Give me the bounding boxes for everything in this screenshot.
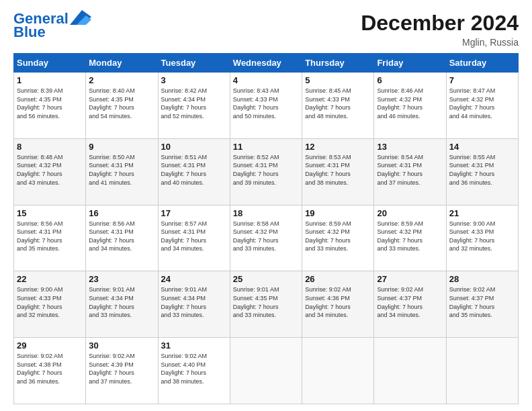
calendar-cell: 20Sunrise: 8:59 AM Sunset: 4:32 PM Dayli…: [374, 205, 446, 271]
day-info: Sunrise: 8:52 AM Sunset: 4:31 PM Dayligh…: [233, 153, 299, 187]
day-number: 6: [377, 75, 443, 85]
calendar-cell: 24Sunrise: 9:01 AM Sunset: 4:34 PM Dayli…: [158, 271, 230, 338]
day-info: Sunrise: 8:45 AM Sunset: 4:33 PM Dayligh…: [305, 87, 371, 120]
day-number: 17: [161, 208, 227, 218]
day-number: 18: [233, 208, 299, 218]
logo-blue: Blue: [13, 24, 46, 40]
calendar-cell: 18Sunrise: 8:58 AM Sunset: 4:32 PM Dayli…: [230, 205, 302, 271]
calendar-cell: [302, 338, 374, 404]
day-info: Sunrise: 9:02 AM Sunset: 4:37 PM Dayligh…: [449, 285, 515, 319]
day-number: 31: [161, 340, 227, 351]
calendar-cell: 25Sunrise: 9:01 AM Sunset: 4:35 PM Dayli…: [230, 271, 302, 338]
day-info: Sunrise: 8:54 AM Sunset: 4:31 PM Dayligh…: [377, 153, 443, 187]
day-info: Sunrise: 9:02 AM Sunset: 4:36 PM Dayligh…: [305, 285, 371, 319]
day-number: 27: [377, 274, 443, 284]
day-number: 24: [161, 274, 227, 284]
calendar-cell: 10Sunrise: 8:51 AM Sunset: 4:31 PM Dayli…: [158, 138, 230, 205]
day-info: Sunrise: 8:57 AM Sunset: 4:31 PM Dayligh…: [161, 220, 227, 253]
day-info: Sunrise: 8:39 AM Sunset: 4:35 PM Dayligh…: [17, 87, 83, 120]
calendar-cell: 29Sunrise: 9:02 AM Sunset: 4:38 PM Dayli…: [14, 338, 86, 404]
day-number: 19: [305, 208, 371, 218]
day-info: Sunrise: 8:46 AM Sunset: 4:32 PM Dayligh…: [377, 87, 443, 120]
calendar-day-header: Friday: [374, 54, 446, 73]
day-number: 9: [89, 142, 154, 152]
day-number: 3: [161, 75, 227, 85]
day-info: Sunrise: 8:47 AM Sunset: 4:32 PM Dayligh…: [449, 87, 515, 120]
day-number: 11: [233, 142, 299, 152]
day-number: 2: [89, 75, 154, 85]
calendar-week-row: 15Sunrise: 8:56 AM Sunset: 4:31 PM Dayli…: [14, 205, 519, 271]
calendar-table: SundayMondayTuesdayWednesdayThursdayFrid…: [13, 53, 519, 404]
day-number: 30: [89, 340, 154, 351]
day-number: 8: [17, 142, 83, 152]
calendar-day-header: Sunday: [14, 54, 86, 73]
calendar-cell: 22Sunrise: 9:00 AM Sunset: 4:33 PM Dayli…: [14, 271, 86, 338]
calendar-cell: 5Sunrise: 8:45 AM Sunset: 4:33 PM Daylig…: [302, 73, 374, 139]
calendar-cell: 23Sunrise: 9:01 AM Sunset: 4:34 PM Dayli…: [86, 271, 158, 338]
header: General Blue December 2024 Mglin, Russia: [13, 11, 519, 48]
calendar-cell: 30Sunrise: 9:02 AM Sunset: 4:39 PM Dayli…: [86, 338, 158, 404]
calendar-cell: 14Sunrise: 8:55 AM Sunset: 4:31 PM Dayli…: [446, 138, 518, 205]
calendar-day-header: Tuesday: [158, 54, 230, 73]
calendar-cell: 3Sunrise: 8:42 AM Sunset: 4:34 PM Daylig…: [158, 73, 230, 139]
calendar-cell: 6Sunrise: 8:46 AM Sunset: 4:32 PM Daylig…: [374, 73, 446, 139]
calendar-cell: 27Sunrise: 9:02 AM Sunset: 4:37 PM Dayli…: [374, 271, 446, 338]
calendar-day-header: Wednesday: [230, 54, 302, 73]
day-number: 26: [305, 274, 371, 284]
day-info: Sunrise: 8:59 AM Sunset: 4:32 PM Dayligh…: [377, 220, 443, 253]
day-info: Sunrise: 9:01 AM Sunset: 4:34 PM Dayligh…: [161, 285, 227, 319]
day-number: 14: [449, 142, 515, 152]
calendar-cell: 9Sunrise: 8:50 AM Sunset: 4:31 PM Daylig…: [86, 138, 158, 205]
day-info: Sunrise: 9:00 AM Sunset: 4:33 PM Dayligh…: [449, 220, 515, 253]
calendar-day-header: Saturday: [446, 54, 518, 73]
day-number: 1: [17, 75, 83, 85]
logo: General Blue: [13, 11, 91, 40]
day-info: Sunrise: 8:55 AM Sunset: 4:31 PM Dayligh…: [449, 153, 515, 187]
calendar-cell: 26Sunrise: 9:02 AM Sunset: 4:36 PM Dayli…: [302, 271, 374, 338]
day-info: Sunrise: 8:50 AM Sunset: 4:31 PM Dayligh…: [89, 153, 154, 187]
calendar-cell: 8Sunrise: 8:48 AM Sunset: 4:32 PM Daylig…: [14, 138, 86, 205]
day-info: Sunrise: 8:56 AM Sunset: 4:31 PM Dayligh…: [17, 220, 83, 253]
calendar-cell: 21Sunrise: 9:00 AM Sunset: 4:33 PM Dayli…: [446, 205, 518, 271]
page: General Blue December 2024 Mglin, Russia…: [0, 0, 532, 411]
day-info: Sunrise: 9:01 AM Sunset: 4:35 PM Dayligh…: [233, 285, 299, 319]
day-number: 28: [449, 274, 515, 284]
day-info: Sunrise: 8:48 AM Sunset: 4:32 PM Dayligh…: [17, 153, 83, 187]
day-info: Sunrise: 8:51 AM Sunset: 4:31 PM Dayligh…: [161, 153, 227, 187]
calendar-cell: 4Sunrise: 8:43 AM Sunset: 4:33 PM Daylig…: [230, 73, 302, 139]
day-info: Sunrise: 8:58 AM Sunset: 4:32 PM Dayligh…: [233, 220, 299, 253]
day-info: Sunrise: 9:02 AM Sunset: 4:39 PM Dayligh…: [89, 352, 154, 385]
day-number: 13: [377, 142, 443, 152]
calendar-cell: 19Sunrise: 8:59 AM Sunset: 4:32 PM Dayli…: [302, 205, 374, 271]
calendar-day-header: Thursday: [302, 54, 374, 73]
calendar-cell: 31Sunrise: 9:02 AM Sunset: 4:40 PM Dayli…: [158, 338, 230, 404]
day-number: 12: [305, 142, 371, 152]
day-number: 23: [89, 274, 154, 284]
calendar-cell: 1Sunrise: 8:39 AM Sunset: 4:35 PM Daylig…: [14, 73, 86, 139]
calendar-cell: 17Sunrise: 8:57 AM Sunset: 4:31 PM Dayli…: [158, 205, 230, 271]
calendar-cell: 12Sunrise: 8:53 AM Sunset: 4:31 PM Dayli…: [302, 138, 374, 205]
calendar-cell: 2Sunrise: 8:40 AM Sunset: 4:35 PM Daylig…: [86, 73, 158, 139]
calendar-week-row: 1Sunrise: 8:39 AM Sunset: 4:35 PM Daylig…: [14, 73, 519, 139]
title-block: December 2024 Mglin, Russia: [361, 11, 519, 48]
calendar-cell: 7Sunrise: 8:47 AM Sunset: 4:32 PM Daylig…: [446, 73, 518, 139]
calendar-cell: 11Sunrise: 8:52 AM Sunset: 4:31 PM Dayli…: [230, 138, 302, 205]
day-info: Sunrise: 9:01 AM Sunset: 4:34 PM Dayligh…: [89, 285, 154, 319]
day-info: Sunrise: 9:00 AM Sunset: 4:33 PM Dayligh…: [17, 285, 83, 319]
calendar-cell: [374, 338, 446, 404]
day-info: Sunrise: 8:42 AM Sunset: 4:34 PM Dayligh…: [161, 87, 227, 120]
calendar-cell: [446, 338, 518, 404]
day-number: 15: [17, 208, 83, 218]
day-info: Sunrise: 8:43 AM Sunset: 4:33 PM Dayligh…: [233, 87, 299, 120]
calendar-cell: 15Sunrise: 8:56 AM Sunset: 4:31 PM Dayli…: [14, 205, 86, 271]
day-number: 10: [161, 142, 227, 152]
location: Mglin, Russia: [361, 37, 519, 48]
day-number: 5: [305, 75, 371, 85]
calendar-week-row: 29Sunrise: 9:02 AM Sunset: 4:38 PM Dayli…: [14, 338, 519, 404]
month-title: December 2024: [361, 11, 519, 36]
calendar-header-row: SundayMondayTuesdayWednesdayThursdayFrid…: [14, 54, 519, 73]
calendar-cell: 16Sunrise: 8:56 AM Sunset: 4:31 PM Dayli…: [86, 205, 158, 271]
day-info: Sunrise: 8:40 AM Sunset: 4:35 PM Dayligh…: [89, 87, 154, 120]
day-number: 16: [89, 208, 154, 218]
calendar-cell: [230, 338, 302, 404]
